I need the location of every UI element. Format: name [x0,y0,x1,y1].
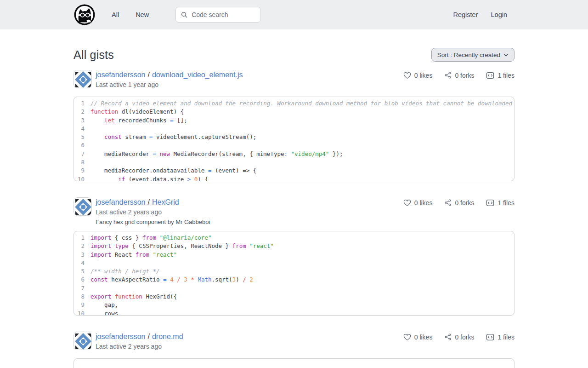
page-header: All gists Sort : Recently created [74,48,514,62]
register-link[interactable]: Register [453,11,478,18]
code-text: rows, [90,310,122,316]
code-text: // Record a video element and download t… [90,99,514,108]
opengist-logo[interactable] [74,4,96,26]
code-text: /** width / heigt */ [90,267,160,276]
title-separator: / [148,333,150,340]
code-line: 7 mediaRecorder = new MediaRecorder(stre… [74,150,514,158]
code-preview[interactable] [74,358,514,368]
code-line: 5 const stream = videoElement.captureStr… [74,133,514,141]
code-line: 6 [74,141,514,150]
code-text: gap, [90,301,118,309]
heart-icon [403,199,411,207]
code-text: mediaRecorder.ondataavailable = (event) … [90,167,256,175]
gist-name-link[interactable]: download_video_element.js [152,71,243,79]
line-number: 4 [74,125,90,133]
code-line: 8export function HexGrid({ [74,293,514,301]
code-text: let recordedChunks = []; [90,116,187,125]
code-line: 3import React from "react" [74,251,514,259]
line-number: 3 [74,251,90,259]
code-line: 1import { css } from "@linaria/core" [74,234,514,242]
last-active-text: Last active 2 years ago [96,208,179,216]
title-separator: / [148,71,150,79]
line-number: 1 [74,234,90,242]
code-text: if (event.data.size > 0) { [90,175,208,181]
line-number: 6 [74,141,90,150]
code-preview[interactable]: 1// Record a video element and download … [74,97,514,181]
cat-logo-icon [74,4,96,26]
line-number: 7 [74,284,90,293]
main-nav: All New [112,11,149,18]
gist-item: josefandersson/drone.md Last active 2 ye… [74,332,514,368]
likes-count: 0 likes [403,72,433,79]
code-line: 4 [74,259,514,267]
line-number: 9 [74,167,90,175]
avatar[interactable] [74,70,92,88]
gist-item: josefandersson/download_video_element.js… [74,70,514,181]
gist-meta: 0 likes 0 forks 1 files [403,71,514,79]
gist-meta: 0 likes 0 forks 1 files [403,333,514,341]
code-search-input[interactable] [192,11,251,18]
code-line: 5/** width / heigt */ [74,267,514,276]
fork-icon [444,333,452,341]
code-line: 4 [74,125,514,133]
auth-links: Register Login [453,11,507,18]
code-text: const hexAspectRatio = 4 / 3 * Math.sqrt… [90,276,253,284]
search-icon [181,11,188,18]
login-link[interactable]: Login [491,11,507,18]
files-icon [486,334,494,341]
forks-label: 0 forks [455,199,474,207]
code-preview[interactable]: 1import { css } from "@linaria/core"2imp… [74,231,514,316]
identicon-icon [74,70,92,88]
nav-item-all[interactable]: All [112,11,119,18]
files-count: 1 files [486,199,514,207]
line-number: 1 [74,99,90,108]
files-label: 1 files [498,199,514,207]
title-separator: / [148,198,150,206]
gist-owner-link[interactable]: josefandersson [96,71,146,79]
line-number: 9 [74,301,90,309]
likes-label: 0 likes [414,334,433,341]
avatar[interactable] [74,197,92,216]
fork-icon [444,199,452,207]
files-count: 1 files [486,334,514,341]
sort-dropdown-button[interactable]: Sort : Recently created [431,48,514,62]
files-label: 1 files [498,334,514,341]
line-number: 8 [74,293,90,301]
code-text: export function HexGrid({ [90,293,177,301]
heart-icon [403,334,411,341]
heart-icon [403,72,411,79]
identicon-icon [74,332,92,350]
forks-count: 0 forks [444,199,474,207]
files-count: 1 files [486,72,514,79]
line-number: 6 [74,276,90,284]
code-line: 9 gap, [74,301,514,309]
gist-title: josefandersson/drone.md [96,332,183,341]
nav-item-new[interactable]: New [136,11,149,18]
gist-meta: 0 likes 0 forks 1 files [403,199,514,207]
likes-count: 0 likes [403,199,433,207]
avatar[interactable] [74,332,92,350]
line-number: 5 [74,133,90,141]
code-line: 2function dl(videoElement) { [74,108,514,116]
code-line: 10 if (event.data.size > 0) { [74,175,514,181]
code-line: 7 [74,284,514,293]
code-text: import { css } from "@linaria/core" [90,234,211,242]
gist-header: josefandersson/drone.md Last active 2 ye… [74,332,514,350]
last-active-text: Last active 1 year ago [96,81,243,88]
code-line: 9 mediaRecorder.ondataavailable = (event… [74,167,514,175]
sort-label: Sort : Recently created [437,52,500,58]
gist-name-link[interactable]: drone.md [152,333,183,340]
forks-count: 0 forks [444,71,474,79]
code-text: mediaRecorder = new MediaRecorder(stream… [90,150,343,158]
code-line: 3 let recordedChunks = []; [74,116,514,125]
code-text: function dl(videoElement) { [90,108,184,116]
code-search-box[interactable] [175,7,261,23]
files-label: 1 files [498,72,514,79]
top-navigation-bar: All New Register Login [0,0,588,29]
gist-name-link[interactable]: HexGrid [152,198,179,206]
gist-header: josefandersson/HexGrid Last active 2 yea… [74,197,514,216]
gist-owner-link[interactable]: josefandersson [96,333,146,340]
code-text: import type { CSSProperties, ReactNode }… [90,242,274,250]
code-line: 10 rows, [74,310,514,316]
gist-owner-link[interactable]: josefandersson [96,198,146,206]
